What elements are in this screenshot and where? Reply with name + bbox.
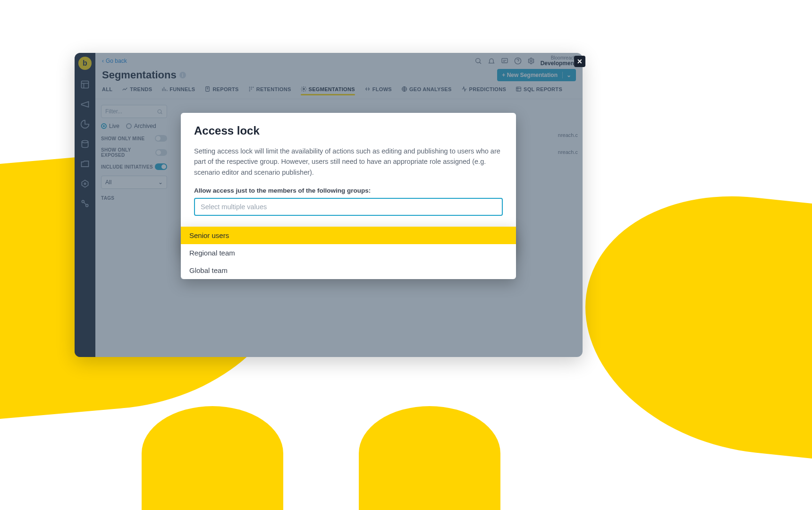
dropdown-option-senior-users[interactable]: Senior users: [181, 227, 516, 244]
bg-shape: [142, 406, 283, 510]
dropdown-option-global-team[interactable]: Global team: [181, 262, 516, 279]
dropdown-option-regional-team[interactable]: Regional team: [181, 244, 516, 262]
modal-title: Access lock: [194, 124, 503, 137]
app-window: b ‹ Go back: [75, 53, 583, 357]
bg-shape: [585, 180, 812, 463]
groups-placeholder: Select multiple values: [201, 203, 267, 211]
modal-description: Setting access lock will limit the avail…: [194, 146, 503, 178]
bg-shape: [359, 406, 500, 510]
groups-label: Allow access just to the members of the …: [194, 187, 503, 194]
groups-multiselect[interactable]: Select multiple values: [194, 198, 503, 216]
close-button[interactable]: ✕: [574, 56, 585, 67]
groups-dropdown: Senior users Regional team Global team: [181, 227, 516, 279]
